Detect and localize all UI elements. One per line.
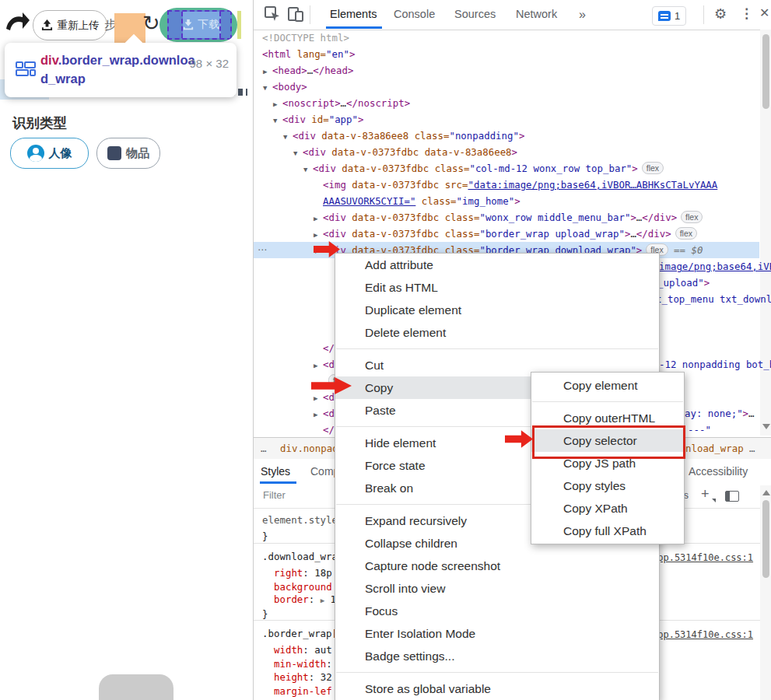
scroll-up-arrow[interactable] [762, 490, 770, 495]
code-seg-tag: > [743, 408, 748, 419]
style-line[interactable]: .border_wrap[ [262, 625, 338, 642]
node-overflow-dots[interactable]: ⋯ [258, 242, 267, 258]
recognition-type-title: 识别类型 [12, 114, 67, 132]
breadcrumb-item-current[interactable]: nload_wrap [685, 438, 744, 460]
kebab-menu-icon[interactable]: ⋮ [740, 5, 753, 22]
tree-line-fragment[interactable]: </ [323, 422, 335, 438]
tree-line[interactable]: AAASUVORK5CYII=" class="img_home"> [323, 193, 520, 209]
tab-styles[interactable]: Styles [261, 459, 290, 484]
code-seg-tag: <div [282, 114, 306, 125]
code-seg-tag: <div [293, 130, 316, 142]
code-seg-bd: flex [642, 162, 664, 174]
tree-line-fragment[interactable]: ---" [688, 422, 711, 438]
more-tabs-icon[interactable]: » [579, 0, 586, 29]
menu-item-scroll-into-view[interactable]: Scroll into view [335, 577, 659, 600]
menu-item-copy-xpath[interactable]: Copy XPath [531, 497, 684, 520]
menu-item-badge-settings[interactable]: Badge settings... [335, 645, 659, 667]
code-seg-lk: "data:image/png;base64,iVBOR…ABHKsCTaLvY… [468, 179, 718, 191]
menu-item-duplicate-element[interactable]: Duplicate element [335, 299, 659, 321]
settings-gear-icon[interactable]: ⚙ [714, 5, 727, 23]
menu-item-label: Edit as HTML [365, 281, 438, 294]
device-toolbar-icon[interactable] [287, 5, 304, 23]
download-button-highlighted[interactable]: 下载 [159, 8, 237, 42]
back-arrow-icon[interactable] [5, 10, 31, 35]
code-seg-pn: height [274, 671, 309, 683]
tree-line[interactable]: <!DOCTYPE html> [262, 30, 349, 46]
style-line[interactable]: } [262, 606, 268, 622]
code-seg-tag: <div [303, 146, 326, 158]
redo-icon[interactable]: ↻ [142, 11, 160, 36]
tree-line[interactable]: <img data-v-0373fdbc src="data:image/png… [323, 177, 717, 193]
cube-icon [107, 146, 121, 160]
styles-scrollbar-thumb[interactable] [762, 500, 769, 578]
code-seg-tx: .download_wra [262, 551, 338, 562]
style-line[interactable]: margin-lef [274, 683, 332, 699]
tree-line-fragment[interactable]: ay: none;">… [685, 405, 755, 422]
tree-line-fragment[interactable]: ▶<d [314, 405, 335, 422]
style-line[interactable]: app.5314f10e.css:1 [652, 626, 753, 642]
filter-input[interactable]: Filter [263, 489, 286, 501]
tree-line[interactable]: ▼<div data-v-0373fdbc class="col-md-12 w… [303, 160, 664, 177]
tab-sources[interactable]: Sources [454, 0, 496, 29]
code-seg-pn: right [274, 567, 303, 579]
style-line[interactable]: border: ▶ 1 [274, 591, 336, 607]
menu-item-add-attribute[interactable]: Add attribute [335, 254, 659, 276]
object-label: 物品 [126, 146, 149, 161]
tree-line[interactable]: ▶<head>…</head> [263, 62, 353, 79]
tree-line-fragment[interactable]: -12 nonpadding bot_bar">…</div> [659, 356, 771, 373]
tree-line[interactable]: ▼<div id="app"> [273, 111, 363, 128]
tab-network[interactable]: Network [516, 0, 557, 29]
code-seg-eq: == $0 [668, 244, 703, 256]
elements-scrollbar-thumb[interactable] [762, 34, 769, 109]
style-line[interactable]: .download_wra [262, 548, 338, 565]
element-badge-icon [16, 61, 34, 77]
menu-item-delete-element[interactable]: Delete element [335, 321, 659, 344]
new-style-rule-button[interactable]: + [701, 486, 710, 502]
type-button-person[interactable]: 人像 [10, 138, 89, 169]
style-line[interactable]: } [262, 528, 268, 544]
tree-line[interactable]: ▼<body> [263, 79, 307, 95]
type-button-object[interactable]: 物品 [96, 138, 160, 169]
inspect-icon[interactable] [264, 5, 281, 23]
breadcrumb-ellipsis[interactable]: … [261, 438, 266, 460]
tree-line-fragment[interactable]: </ [323, 340, 335, 356]
close-icon[interactable]: ✕ [759, 5, 769, 20]
tree-line-fragment[interactable]: t_top_menu txt_download">下载 [656, 291, 771, 307]
menu-item-focus[interactable]: Focus [335, 600, 659, 622]
breadcrumb-ellipsis[interactable]: … [749, 438, 755, 460]
code-seg-at: data-v-0373fdbc src= [346, 179, 468, 191]
tree-line-fragment[interactable]: _upload"> [657, 275, 710, 291]
tree-line-fragment[interactable]: ▶<d [314, 356, 335, 373]
code-seg-tx: .border_wrap[ [262, 628, 338, 639]
issues-badge[interactable]: 1 [652, 6, 686, 26]
tree-line[interactable]: ▼<div data-v-83a86ee8 class="nonpadding"… [283, 128, 524, 144]
tree-line-fragment[interactable]: image/png;base64,iVBOR…TlItMpy2WfwA [659, 258, 771, 275]
menu-item-label: Copy styles [563, 479, 626, 492]
tree-line[interactable]: ▶<div data-v-0373fdbc class="border_wrap… [314, 226, 697, 242]
tree-line-fragment[interactable]: ▶<d [314, 389, 335, 405]
sidebar-toggle-icon[interactable] [725, 491, 739, 502]
tree-line[interactable]: ▼<div data-v-0373fdbc data-v-83a86ee8> [293, 144, 517, 160]
tab-console[interactable]: Console [394, 0, 435, 29]
scroll-down-arrow[interactable] [762, 424, 770, 429]
menu-divider [336, 672, 658, 673]
menu-item-copy-styles[interactable]: Copy styles [531, 474, 684, 497]
menu-item-copy-full-xpath[interactable]: Copy full XPath [531, 520, 684, 542]
tab-elements[interactable]: Elements [330, 0, 377, 29]
menu-item-label: Expand recursively [365, 514, 467, 527]
menu-item-store-as-global-variable[interactable]: Store as global variable [335, 677, 659, 700]
code-seg-ar: ▼ [293, 145, 303, 162]
menu-item-edit-as-html[interactable]: Edit as HTML [335, 276, 659, 299]
code-seg-tag: <img [323, 179, 346, 191]
tree-line[interactable]: ▶<noscript>…</noscript> [273, 95, 410, 111]
tree-line[interactable]: <html lang="en"> [262, 46, 355, 62]
menu-item-capture-node-screenshot[interactable]: Capture node screenshot [335, 555, 659, 577]
code-seg-va: "app" [329, 114, 358, 125]
menu-item-copy-element[interactable]: Copy element [531, 374, 684, 397]
reupload-button[interactable]: 重新上传 [33, 10, 107, 40]
tree-line[interactable]: ▶<div data-v-0373fdbc class="wonx_row mi… [314, 209, 703, 226]
menu-item-enter-isolation-mode[interactable]: Enter Isolation Mode [335, 622, 659, 645]
style-line[interactable]: element.style [262, 512, 338, 528]
tab-accessibility[interactable]: Accessibility [689, 459, 748, 484]
style-line[interactable]: app.5314f10e.css:1 [652, 549, 753, 565]
